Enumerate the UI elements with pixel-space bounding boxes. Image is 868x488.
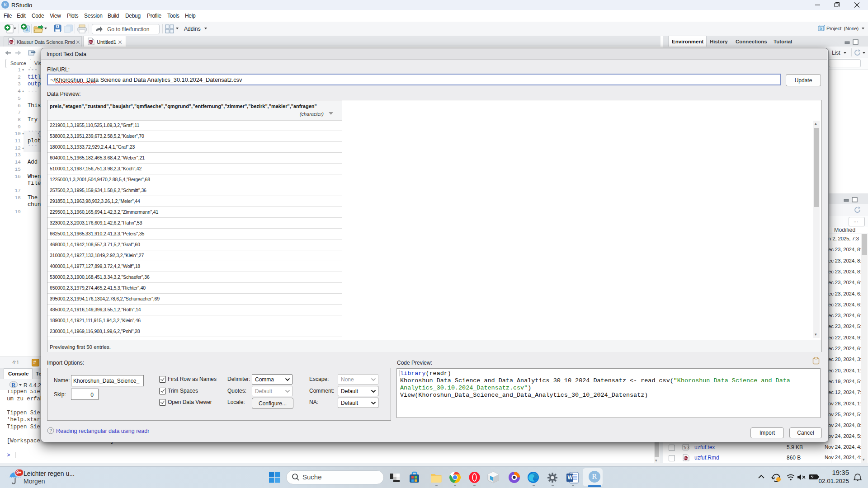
svg-text:R: R: [12, 382, 16, 388]
svg-text:Rmd: Rmd: [10, 41, 15, 43]
svg-text:Rmd: Rmd: [90, 41, 94, 43]
svg-text:R: R: [820, 27, 822, 31]
svg-text:TEX: TEX: [684, 446, 690, 450]
svg-text:?: ?: [49, 428, 52, 433]
svg-text:Rmd: Rmd: [684, 457, 689, 460]
svg-text:W: W: [568, 474, 573, 481]
